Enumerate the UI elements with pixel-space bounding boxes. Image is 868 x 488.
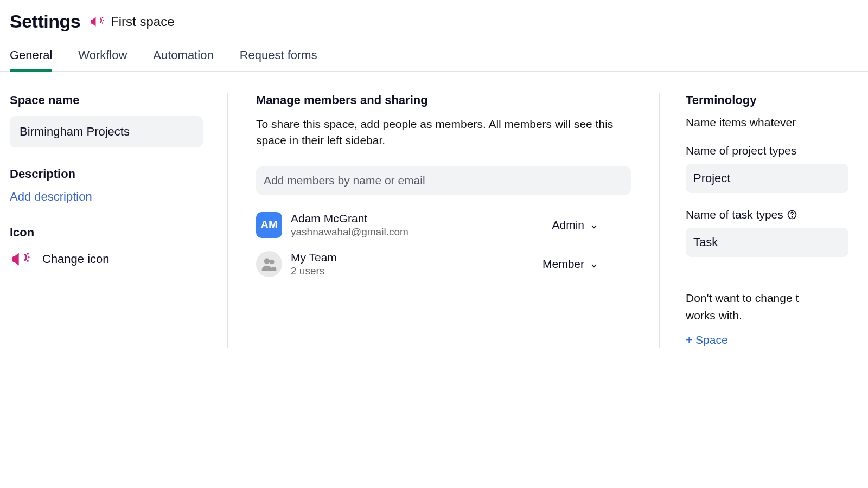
- member-row: My Team 2 users Member: [256, 251, 631, 277]
- member-name: My Team: [291, 251, 542, 264]
- terminology-hint: Don't want to change t works with.: [686, 290, 868, 324]
- svg-point-9: [792, 217, 792, 217]
- chevron-down-icon: [590, 221, 598, 229]
- avatar: AM: [256, 212, 282, 238]
- space-chip-label: First space: [111, 14, 174, 29]
- member-info: Adam McGrant yashnawahal@gmail.com: [291, 212, 552, 238]
- page-header: Settings First space: [0, 0, 868, 36]
- svg-point-6: [264, 258, 270, 264]
- member-row: AM Adam McGrant yashnawahal@gmail.com Ad…: [256, 212, 631, 238]
- svg-point-0: [102, 17, 104, 18]
- task-type-input[interactable]: [686, 228, 848, 257]
- description-label: Description: [10, 167, 201, 181]
- change-icon-label: Change icon: [42, 252, 110, 266]
- project-types-label: Name of project types: [686, 144, 868, 157]
- project-type-input[interactable]: [686, 164, 848, 193]
- content-area: Space name Description Add description I…: [0, 72, 868, 348]
- add-description-link[interactable]: Add description: [10, 190, 201, 204]
- megaphone-icon: [89, 14, 105, 30]
- members-description: To share this space, add people as membe…: [256, 116, 631, 149]
- icon-label: Icon: [10, 226, 201, 240]
- change-icon-button[interactable]: Change icon: [10, 248, 201, 270]
- role-label: Admin: [552, 219, 584, 232]
- svg-point-5: [27, 260, 29, 262]
- member-name: Adam McGrant: [291, 212, 552, 225]
- help-icon[interactable]: [787, 209, 797, 220]
- role-select[interactable]: Admin: [552, 219, 631, 232]
- tab-automation[interactable]: Automation: [153, 48, 213, 71]
- svg-point-1: [103, 20, 104, 21]
- left-column: Space name Description Add description I…: [10, 93, 228, 348]
- space-name-input[interactable]: [10, 116, 203, 147]
- middle-column: Manage members and sharing To share this…: [228, 93, 660, 348]
- right-column: Terminology Name items whatever Name of …: [660, 93, 868, 348]
- tab-general[interactable]: General: [10, 48, 52, 71]
- task-types-label: Name of task types: [686, 208, 868, 221]
- tab-workflow[interactable]: Workflow: [78, 48, 127, 71]
- chevron-down-icon: [590, 260, 598, 268]
- member-count: 2 users: [291, 265, 542, 277]
- terminology-heading: Terminology: [686, 93, 868, 107]
- space-name-label: Space name: [10, 93, 201, 107]
- svg-point-4: [28, 256, 29, 258]
- svg-point-2: [102, 22, 104, 24]
- terminology-description: Name items whatever: [686, 116, 868, 129]
- page-title: Settings: [10, 11, 80, 32]
- role-label: Member: [542, 258, 584, 271]
- add-space-link[interactable]: + Space: [686, 333, 868, 346]
- add-member-input[interactable]: [256, 166, 631, 195]
- role-select[interactable]: Member: [542, 258, 631, 271]
- member-info: My Team 2 users: [291, 251, 542, 277]
- space-chip[interactable]: First space: [89, 14, 174, 30]
- member-email: yashnawahal@gmail.com: [291, 226, 552, 238]
- svg-point-3: [27, 253, 29, 254]
- svg-point-7: [270, 260, 275, 265]
- tabs-nav: General Workflow Automation Request form…: [0, 36, 868, 72]
- members-heading: Manage members and sharing: [256, 93, 631, 107]
- megaphone-icon: [10, 248, 31, 270]
- tab-request-forms[interactable]: Request forms: [240, 48, 317, 71]
- team-avatar-icon: [256, 251, 282, 277]
